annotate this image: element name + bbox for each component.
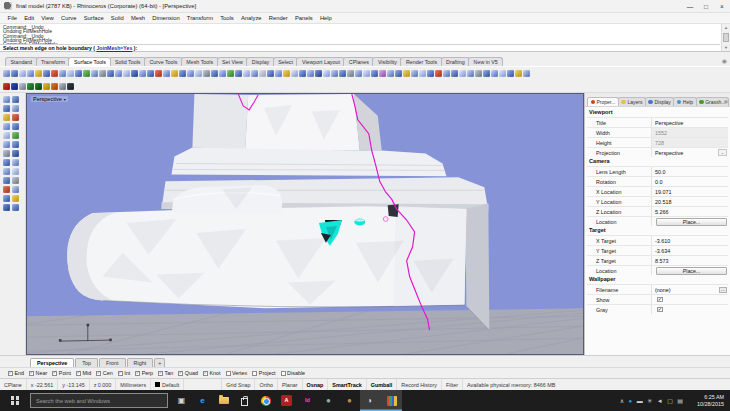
property-value-filename[interactable]: (none)...	[651, 285, 728, 294]
status-toggle-record-history[interactable]: Record History	[397, 379, 442, 390]
osnap-toggle-perp[interactable]: ✓Perp	[135, 370, 153, 376]
property-value-width[interactable]: 1552	[651, 128, 728, 137]
toolbar-icon[interactable]	[427, 70, 434, 77]
toolbar-icon[interactable]	[3, 159, 10, 166]
toolbar-icon[interactable]	[395, 70, 402, 77]
toolbar-icon[interactable]	[19, 83, 26, 90]
toolbar-icon[interactable]	[83, 70, 90, 77]
acrobat-icon[interactable]: A	[276, 390, 297, 411]
menu-item-surface[interactable]: Surface	[80, 15, 107, 21]
toolbar-icon[interactable]	[123, 70, 130, 77]
tray-app-icon[interactable]: ●	[629, 398, 633, 404]
command-area[interactable]: Command: _UndoUndoing FillMeshHoleComman…	[0, 24, 730, 52]
toolbar-icon[interactable]	[3, 114, 10, 121]
menu-item-curve[interactable]: Curve	[57, 15, 80, 21]
maximize-button[interactable]: □	[698, 0, 714, 13]
toolbar-icon[interactable]	[12, 150, 19, 157]
scroll-up-icon[interactable]: ▲	[724, 25, 728, 30]
toolbar-icon[interactable]	[3, 204, 10, 211]
toolbar-icon[interactable]	[12, 177, 19, 184]
toolbar-icon[interactable]	[315, 70, 322, 77]
toolbar-icon[interactable]	[12, 96, 19, 103]
toolbar-icon[interactable]	[259, 70, 266, 77]
toolbar-icon[interactable]	[467, 70, 474, 77]
toolbar-icon[interactable]	[331, 70, 338, 77]
toolbar-icon[interactable]	[11, 70, 18, 77]
toolbar-icon[interactable]	[219, 70, 226, 77]
toolbar-icon[interactable]	[51, 70, 58, 77]
osnap-toggle-tan[interactable]: ✓Tan	[158, 370, 173, 376]
toolbar-icon[interactable]	[3, 96, 10, 103]
menu-item-transform[interactable]: Transform	[183, 15, 216, 21]
toolbar-icon[interactable]	[3, 186, 10, 193]
toolbar-tab-visibility[interactable]: Visibility	[372, 57, 402, 67]
toolbar-icon[interactable]	[147, 70, 154, 77]
viewport-tab-right[interactable]: Right	[127, 358, 154, 367]
osnap-toggle-quad[interactable]: ✓Quad	[178, 370, 198, 376]
toolbar-tab-new-in-v5[interactable]: New in V5	[468, 57, 503, 67]
toolbar-tab-display[interactable]: Display	[246, 57, 274, 67]
osnap-toggle-point[interactable]: ✓Point	[52, 370, 71, 376]
toolbar-icon[interactable]	[235, 70, 242, 77]
panel-tab-proper[interactable]: Proper...	[587, 97, 619, 106]
menu-item-file[interactable]: File	[4, 15, 21, 21]
dropdown-arrow-icon[interactable]: ⌄	[718, 149, 727, 156]
status-toggle-filter[interactable]: Filter	[442, 379, 463, 390]
toolbar-tab-solid-tools[interactable]: Solid Tools	[109, 57, 146, 67]
toolbar-icon[interactable]	[155, 70, 162, 77]
status-cplane[interactable]: CPlane	[0, 379, 27, 390]
toolbar-tab-drafting[interactable]: Drafting	[441, 57, 471, 67]
toolbar-tab-render-tools[interactable]: Render Tools	[400, 57, 442, 67]
toolbar-options-icon[interactable]: ◉	[722, 57, 727, 64]
property-value-location[interactable]: Place...	[651, 266, 728, 275]
status-toggle-ortho[interactable]: Ortho	[255, 379, 277, 390]
toolbar-icon[interactable]	[91, 70, 98, 77]
keyboard-icon[interactable]: ▤	[677, 398, 683, 404]
scrollbar-thumb[interactable]	[723, 33, 729, 42]
toolbar-icon[interactable]	[411, 70, 418, 77]
toolbar-icon[interactable]	[27, 83, 34, 90]
property-value-z-location[interactable]: 5.266	[651, 207, 728, 216]
toolbar-icon[interactable]	[115, 70, 122, 77]
status-layer[interactable]: Default	[151, 379, 184, 390]
toolbar-tab-select[interactable]: Select	[273, 57, 299, 67]
toolbar-icon[interactable]	[339, 70, 346, 77]
toolbar-icon[interactable]	[283, 70, 290, 77]
viewport-title-menu[interactable]: Perspective ▾	[31, 96, 68, 102]
toolbar-icon[interactable]	[459, 70, 466, 77]
volume-icon[interactable]: ◄	[657, 398, 663, 404]
toolbar-icon[interactable]	[347, 70, 354, 77]
toolbar-icon[interactable]	[491, 70, 498, 77]
menu-item-solid[interactable]: Solid	[107, 15, 127, 21]
status-toggle-grid-snap[interactable]: Grid Snap	[222, 379, 255, 390]
status-toggle-gumball[interactable]: Gumball	[367, 379, 398, 390]
toolbar-tab-mesh-tools[interactable]: Mesh Tools	[181, 57, 219, 67]
toolbar-icon[interactable]	[75, 70, 82, 77]
toolbar-icon[interactable]	[3, 83, 10, 90]
store-icon[interactable]	[234, 390, 255, 411]
viewport-canvas[interactable]	[27, 94, 583, 354]
property-value-x-target[interactable]: -3.610	[651, 236, 728, 245]
menu-item-panels[interactable]: Panels	[291, 15, 316, 21]
toolbar-icon[interactable]	[3, 168, 10, 175]
property-value-location[interactable]: Place...	[651, 217, 728, 226]
osnap-toggle-knot[interactable]: ✓Knot	[203, 370, 221, 376]
toolbar-icon[interactable]	[275, 70, 282, 77]
toolbar-icon[interactable]	[251, 70, 258, 77]
property-value-rotation[interactable]: 0.0	[651, 177, 728, 186]
toolbar-icon[interactable]	[3, 195, 10, 202]
toolbar-icon[interactable]	[12, 105, 19, 112]
osnap-toggle-end[interactable]: ✓End	[8, 370, 24, 376]
viewport-tab-front[interactable]: Front	[99, 358, 126, 367]
panel-tab-display[interactable]: Display	[645, 97, 674, 106]
menu-item-render[interactable]: Render	[265, 15, 291, 21]
battery-icon[interactable]: ▬	[637, 398, 643, 404]
toolbar-icon[interactable]	[51, 83, 58, 90]
toolbar-icon[interactable]	[195, 70, 202, 77]
place-button[interactable]: Place...	[656, 218, 727, 226]
osnap-toggle-disable[interactable]: Disable	[281, 370, 305, 376]
menu-item-tools[interactable]: Tools	[217, 15, 238, 21]
toolbar-icon[interactable]	[387, 70, 394, 77]
scroll-down-icon[interactable]: ▼	[724, 45, 728, 50]
chrome-icon[interactable]	[255, 390, 276, 411]
